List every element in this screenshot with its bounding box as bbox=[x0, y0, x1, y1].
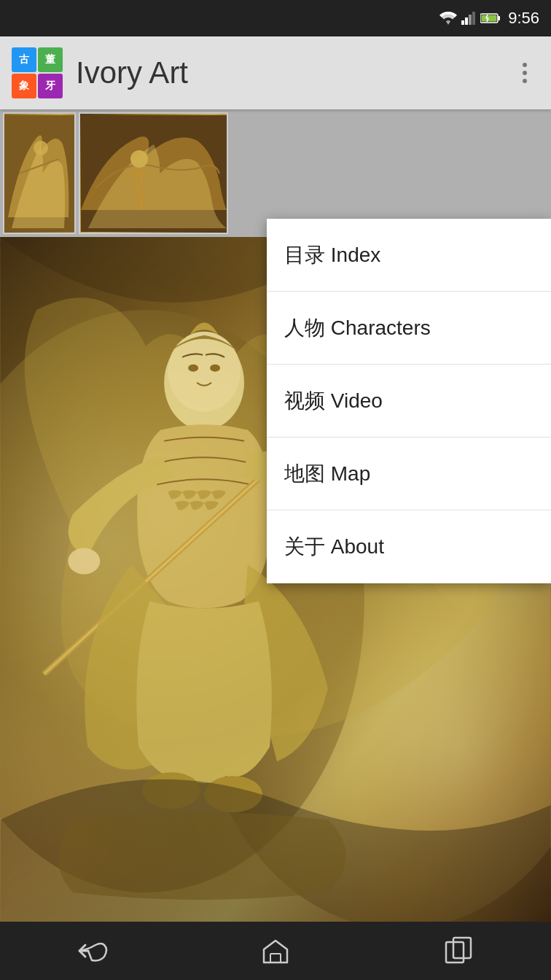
logo-cell-4: 牙 bbox=[38, 74, 63, 98]
thumbnail-1[interactable] bbox=[3, 112, 76, 234]
svg-point-14 bbox=[130, 150, 148, 168]
svg-rect-5 bbox=[498, 16, 500, 20]
home-icon bbox=[259, 935, 292, 967]
recent-apps-button[interactable] bbox=[434, 933, 485, 969]
svg-rect-27 bbox=[270, 954, 281, 962]
menu-item-video[interactable]: 视频 Video bbox=[267, 365, 551, 438]
battery-icon bbox=[480, 12, 501, 24]
svg-point-19 bbox=[168, 332, 241, 412]
svg-rect-0 bbox=[461, 20, 464, 25]
home-button[interactable] bbox=[250, 933, 301, 969]
wifi-icon bbox=[439, 12, 457, 25]
svg-point-20 bbox=[188, 365, 198, 372]
svg-point-21 bbox=[210, 365, 220, 372]
menu-item-map[interactable]: 地图 Map bbox=[267, 438, 551, 510]
dropdown-menu: 目录 Index 人物 Characters 视频 Video 地图 Map 关… bbox=[267, 219, 551, 583]
svg-point-12 bbox=[34, 141, 48, 155]
app-bar: 古 董 象 牙 Ivory Art bbox=[0, 36, 551, 109]
status-time: 9:56 bbox=[508, 9, 539, 28]
svg-rect-3 bbox=[472, 12, 475, 25]
bottom-nav bbox=[0, 922, 551, 980]
overflow-dot-2 bbox=[523, 71, 527, 75]
logo-cell-2: 董 bbox=[38, 47, 63, 72]
signal-icon bbox=[461, 12, 476, 25]
menu-item-characters[interactable]: 人物 Characters bbox=[267, 292, 551, 365]
svg-rect-28 bbox=[446, 942, 464, 962]
app-logo: 古 董 象 牙 bbox=[12, 47, 63, 98]
app-title: Ivory Art bbox=[76, 55, 510, 90]
svg-rect-29 bbox=[453, 938, 471, 958]
svg-rect-1 bbox=[465, 18, 468, 25]
menu-item-index[interactable]: 目录 Index bbox=[267, 219, 551, 292]
thumbnail-strip bbox=[0, 109, 551, 237]
recent-apps-icon bbox=[443, 935, 475, 967]
back-button[interactable] bbox=[66, 933, 117, 969]
svg-point-22 bbox=[68, 548, 100, 575]
menu-item-about[interactable]: 关于 About bbox=[267, 510, 551, 583]
content-area: 目录 Index 人物 Characters 视频 Video 地图 Map 关… bbox=[0, 109, 551, 922]
overflow-dot-3 bbox=[523, 79, 527, 83]
back-icon bbox=[74, 936, 110, 965]
logo-cell-1: 古 bbox=[12, 47, 36, 72]
status-icons: 9:56 bbox=[439, 9, 539, 28]
thumbnail-2[interactable] bbox=[79, 112, 228, 234]
svg-rect-6 bbox=[482, 15, 497, 22]
svg-rect-2 bbox=[469, 15, 472, 25]
logo-cell-3: 象 bbox=[12, 74, 36, 98]
overflow-dot-1 bbox=[523, 63, 527, 67]
overflow-menu-button[interactable] bbox=[510, 58, 539, 88]
status-bar: 9:56 bbox=[0, 0, 551, 36]
